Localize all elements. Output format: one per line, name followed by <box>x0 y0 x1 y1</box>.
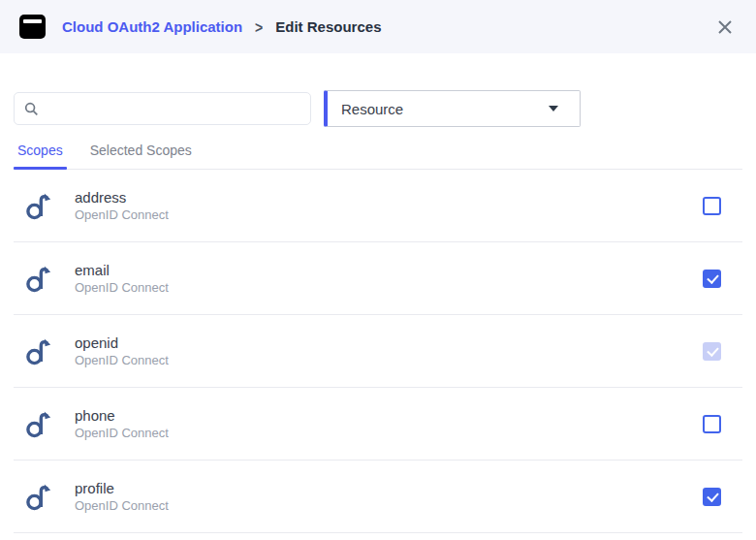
scope-name: address <box>75 188 169 206</box>
scope-name: profile <box>75 479 169 497</box>
scope-text: openid OpenID Connect <box>75 334 169 368</box>
scope-text: address OpenID Connect <box>75 188 169 223</box>
openid-icon <box>23 481 52 512</box>
search-input[interactable] <box>47 101 300 116</box>
openid-icon <box>23 408 52 439</box>
page-title: Edit Resources <box>275 18 381 35</box>
scope-name: phone <box>75 406 169 425</box>
scope-provider: OpenID Connect <box>75 497 169 514</box>
scope-row: email OpenID Connect <box>14 242 742 315</box>
openid-icon <box>23 190 52 221</box>
scope-checkbox[interactable] <box>703 415 721 433</box>
tab-selected-scopes[interactable]: Selected Scopes <box>86 143 196 169</box>
scope-row: profile OpenID Connect <box>14 461 742 533</box>
scope-row: openid OpenID Connect <box>14 315 742 388</box>
close-button[interactable] <box>713 16 737 39</box>
scope-name: openid <box>75 334 169 352</box>
scope-provider: OpenID Connect <box>75 206 169 223</box>
scope-list: address OpenID Connect email OpenID Conn… <box>14 170 742 533</box>
breadcrumb-separator-icon: > <box>255 17 263 35</box>
chevron-down-icon <box>549 106 558 111</box>
search-icon <box>24 102 39 116</box>
scope-text: phone OpenID Connect <box>75 406 169 441</box>
search-box[interactable] <box>14 92 311 125</box>
scope-row: address OpenID Connect <box>14 170 742 242</box>
breadcrumb: Cloud OAuth2 Application > Edit Resource… <box>62 18 382 35</box>
resource-filter-select[interactable]: Resource <box>324 90 581 127</box>
close-icon <box>717 19 733 35</box>
scope-provider: OpenID Connect <box>75 425 169 441</box>
scope-checkbox[interactable] <box>703 197 721 215</box>
scope-checkbox[interactable] <box>703 270 721 288</box>
openid-icon <box>23 263 52 294</box>
openid-icon <box>23 335 52 366</box>
scope-text: profile OpenID Connect <box>75 479 169 514</box>
scope-name: email <box>75 261 169 279</box>
scope-checkbox[interactable] <box>703 488 721 506</box>
tab-scopes[interactable]: Scopes <box>14 143 67 169</box>
scope-provider: OpenID Connect <box>75 279 169 296</box>
scope-checkbox <box>703 342 721 361</box>
scope-provider: OpenID Connect <box>75 352 169 368</box>
breadcrumb-parent-link[interactable]: Cloud OAuth2 Application <box>62 18 242 35</box>
application-window-icon <box>19 15 46 39</box>
tab-bar: Scopes Selected Scopes <box>14 143 742 170</box>
scope-text: email OpenID Connect <box>75 261 169 296</box>
scope-row: phone OpenID Connect <box>14 388 742 461</box>
dialog-header: Cloud OAuth2 Application > Edit Resource… <box>0 0 756 53</box>
resource-filter-value: Resource <box>341 101 549 117</box>
toolbar: Resource <box>0 90 756 127</box>
